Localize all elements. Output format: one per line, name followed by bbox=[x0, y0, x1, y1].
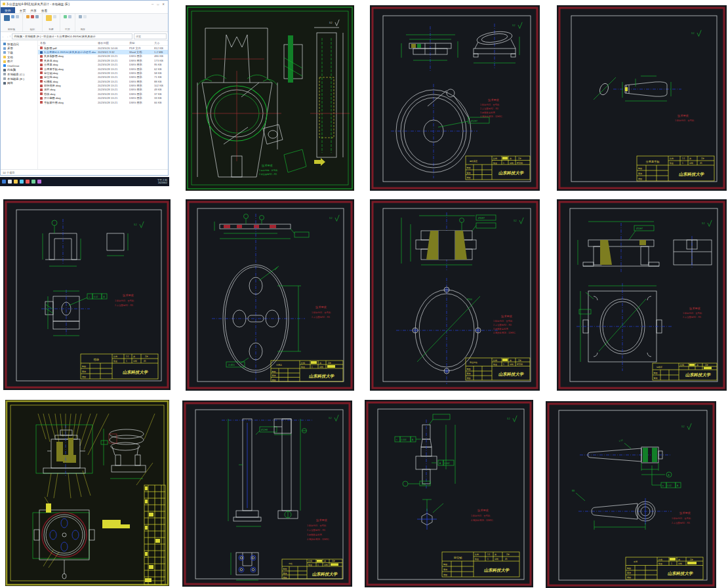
start-button[interactable] bbox=[2, 180, 6, 184]
revision-mark bbox=[102, 520, 130, 528]
cad-panel-1: 技术要求 1.锐边倒钝，去毛刺。 2.未注圆角R2～R3。 3.2 bbox=[186, 5, 354, 191]
new-item-icon[interactable] bbox=[53, 15, 56, 18]
svg-text:1: 1 bbox=[503, 363, 504, 366]
svg-text:比例: 比例 bbox=[475, 553, 479, 556]
search-icon[interactable] bbox=[8, 180, 12, 184]
sidebar-item-drive-c[interactable]: 本地磁盘 (C:) bbox=[1, 72, 37, 77]
cloud-icon bbox=[3, 64, 6, 67]
svg-text:制图: 制图 bbox=[467, 167, 471, 169]
tech-notes: 技术要求 1.锐边倒钝，去毛刺。 2.未注圆角R2～R3。 bbox=[672, 511, 693, 524]
cad-drawing-8 bbox=[5, 400, 169, 586]
svg-text:A: A bbox=[677, 484, 679, 487]
delete-icon[interactable] bbox=[31, 15, 34, 18]
window-controls[interactable]: ─ □ ✕ bbox=[152, 3, 166, 6]
svg-text:3.2: 3.2 bbox=[681, 425, 685, 428]
dwg-icon bbox=[40, 71, 43, 74]
browser-icon[interactable] bbox=[20, 180, 24, 184]
app-icon[interactable] bbox=[26, 180, 30, 184]
svg-text:2.未注圆角R2～R3。: 2.未注圆角R2～R3。 bbox=[672, 522, 692, 524]
sidebar-item-desktop[interactable]: 桌面 bbox=[1, 47, 37, 51]
move-icon[interactable] bbox=[26, 15, 30, 18]
plan-view: Ø12H7 bbox=[391, 84, 489, 178]
pin-icon[interactable] bbox=[4, 15, 10, 21]
file-row-selected[interactable]: 3-分度盘钻4-Φ6孔钻床夹具设计说明书.doc2023/6/1 9:32Wor… bbox=[38, 50, 168, 54]
tab-share[interactable]: 共享 bbox=[30, 9, 37, 12]
app-icon[interactable] bbox=[31, 180, 35, 184]
svg-text:1: 1 bbox=[317, 564, 319, 566]
ribbon-group-select[interactable]: 选择 bbox=[75, 14, 90, 31]
tech-notes: 技术要求 1.锐边倒钝，去毛刺。 2.未注圆角R2～R3。 bbox=[115, 294, 136, 307]
file-row[interactable]: 定位轴.dwg2023/5/28 13:21DWG 图形71 KB bbox=[38, 75, 168, 79]
system-tray[interactable]: 下午 2:352023/6/2 bbox=[157, 179, 167, 184]
breadcrumb[interactable]: 此电脑 › 本地磁盘 (E:) › 毕业设计 › 3-分度盘钻4-Φ6孔钻床夹具… bbox=[12, 33, 132, 39]
tab-file[interactable]: 文件 bbox=[1, 7, 15, 13]
svg-text:1.锐边倒钝，去毛刺。: 1.锐边倒钝，去毛刺。 bbox=[675, 119, 696, 122]
svg-text:回转底座: 回转底座 bbox=[470, 160, 477, 163]
edit-icon[interactable] bbox=[68, 15, 71, 18]
tab-home[interactable]: 主页 bbox=[20, 9, 26, 12]
sidebar-item-quickaccess[interactable]: 快速访问 bbox=[1, 42, 37, 47]
file-row[interactable]: 支柱.dwg2023/5/28 13:21DWG 图形49 KB bbox=[38, 88, 168, 92]
svg-text:HT200: HT200 bbox=[517, 162, 523, 165]
svg-text:3.2: 3.2 bbox=[512, 24, 516, 27]
svg-text:Ø150: Ø150 bbox=[467, 298, 472, 301]
taskbar: 下午 2:352023/6/2 bbox=[0, 177, 169, 186]
file-row[interactable]: 回转底座.dwg2023/5/28 13:21DWG 图形102 KB bbox=[38, 83, 168, 87]
nav-arrows[interactable]: ← → ↑ bbox=[2, 35, 10, 38]
rename-icon[interactable] bbox=[35, 15, 39, 18]
svg-text:2.未注圆角R2～R3。: 2.未注圆角R2～R3。 bbox=[259, 173, 279, 176]
file-row[interactable]: 夹具体.dwg2023/5/28 13:21DWG 图形173 KB bbox=[38, 58, 168, 62]
dwg-icon bbox=[40, 97, 43, 100]
sidebar-item-network[interactable]: 网络 bbox=[1, 81, 37, 85]
svg-text:1:1: 1:1 bbox=[312, 362, 315, 364]
file-row[interactable]: 夹具装配图.dwg2023/5/28 13:21DWG 图形486 KB bbox=[38, 54, 168, 58]
select-all-icon[interactable] bbox=[79, 15, 82, 18]
sidebar-item-downloads[interactable]: 下载 bbox=[1, 50, 37, 55]
section-view-left: Ø20H7 bbox=[578, 222, 659, 273]
tech-notes: 技术要求 1.锐边倒钝，去毛刺。 4.调质处理28～32HRC。 bbox=[471, 509, 495, 522]
app-icon[interactable] bbox=[37, 180, 41, 184]
file-row[interactable]: 钻模板.dwg2023/5/28 13:21DWG 图形88 KB bbox=[38, 79, 168, 83]
tab-view[interactable]: 查看 bbox=[41, 9, 48, 12]
sidebar-item-pictures[interactable]: 图片 bbox=[1, 59, 37, 64]
column-headers[interactable]: 名称修改日期类型大小 bbox=[38, 41, 168, 46]
sidebar-item-onedrive[interactable]: OneDrive bbox=[1, 64, 37, 68]
svg-text:2.未注圆角R2～R3。: 2.未注圆角R2～R3。 bbox=[307, 529, 327, 532]
roughness-mark: 3.2 bbox=[329, 415, 338, 421]
cad-panel-11: 1:10 A ⊙ 0.02 A bbox=[546, 401, 716, 588]
cad-panel-6: Ø30H7 Ø150 技术要求 1.锐边倒钝，去毛刺。 2.未注圆角R2～R3。 bbox=[370, 199, 540, 391]
ribbon-group-open[interactable]: 打开 bbox=[60, 14, 75, 31]
svg-text:比例: 比例 bbox=[658, 559, 662, 561]
copy-icon[interactable] bbox=[11, 15, 14, 18]
svg-text:山东科技大学: 山东科技大学 bbox=[309, 374, 335, 379]
svg-text:数量: 数量 bbox=[493, 363, 497, 366]
sidebar-item-documents[interactable]: 文档 bbox=[1, 55, 37, 60]
file-row[interactable]: 开口垫圈.dwg2023/5/28 13:21DWG 图形33 KB bbox=[38, 96, 168, 100]
file-row[interactable]: 装配图.pdf2023/5/26 14:06PDF 文件812 KB bbox=[38, 46, 168, 50]
title-block: 分度盘手柄 比例 1:1 共 2张 数量 1 材料 45 制图 审核 描图 山东… bbox=[637, 156, 714, 181]
select-none-icon[interactable] bbox=[83, 15, 87, 18]
file-row[interactable]: 分度盘手柄.dwg2023/5/28 13:21DWG 图形62 KB bbox=[38, 67, 168, 71]
file-row[interactable]: 分度盘.dwg2023/5/28 13:21DWG 图形95 KB bbox=[38, 63, 168, 67]
sidebar-item-drive-e[interactable]: 本地磁盘 (E:) bbox=[1, 77, 37, 81]
ribbon-group-clipboard[interactable]: 剪贴板 bbox=[1, 14, 23, 31]
ribbon-group-organize[interactable]: 组织 bbox=[23, 14, 43, 31]
search-input[interactable]: 搜索 bbox=[134, 33, 167, 39]
section-view-left bbox=[401, 26, 458, 71]
svg-text:2.未注圆角R2～R3。: 2.未注圆角R2～R3。 bbox=[493, 324, 514, 326]
file-row[interactable]: 定位销.dwg2023/5/28 13:21DWG 图形58 KB bbox=[38, 71, 168, 75]
new-folder-icon[interactable] bbox=[46, 15, 52, 21]
file-row[interactable]: 手柄零件图.dwg2023/5/28 13:21DWG 图形66 KB bbox=[38, 100, 168, 104]
svg-text:制图: 制图 bbox=[443, 563, 447, 566]
explorer-icon[interactable] bbox=[14, 180, 18, 184]
paste-icon[interactable] bbox=[16, 15, 19, 18]
svg-text:审核: 审核 bbox=[272, 374, 276, 377]
ribbon-group-new[interactable]: 新建 bbox=[43, 14, 60, 31]
sidebar-item-thispc[interactable]: 此电脑 bbox=[1, 68, 37, 73]
svg-text:2张: 2张 bbox=[145, 355, 148, 358]
open-icon[interactable] bbox=[64, 15, 67, 18]
file-row[interactable]: 挡块.dwg2023/5/28 13:21DWG 图形37 KB bbox=[38, 92, 168, 96]
svg-text:制图: 制图 bbox=[654, 372, 658, 374]
svg-text:3.2: 3.2 bbox=[691, 32, 695, 35]
svg-text:审核: 审核 bbox=[82, 370, 86, 373]
